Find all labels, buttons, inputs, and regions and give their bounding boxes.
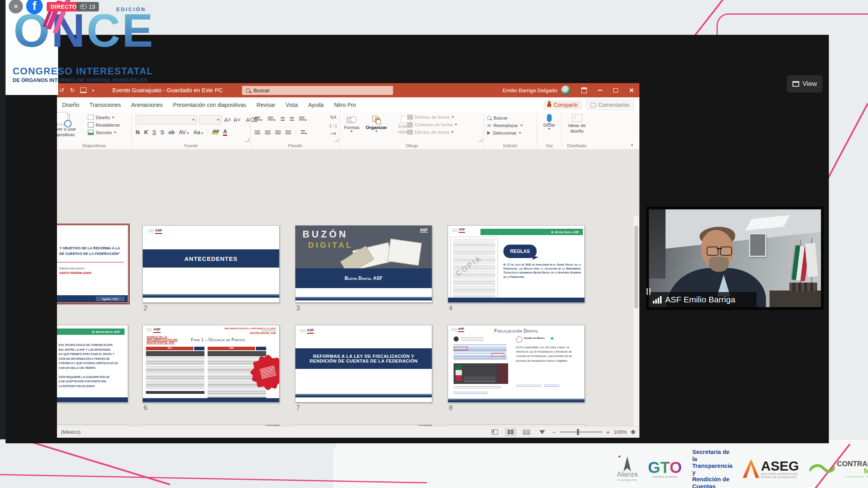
change-case-button[interactable]: Aa — [193, 129, 203, 135]
dictate-button[interactable]: Dictar — [537, 114, 562, 130]
increase-indent-button[interactable] — [290, 117, 294, 122]
shape-effects-button[interactable]: Efectos de forma — [407, 130, 457, 135]
drawing-dialog-launcher[interactable] — [478, 138, 482, 142]
slide-thumbnail-8[interactable]: ASF Fiscalización Digital — [448, 325, 585, 403]
design-ideas-icon — [572, 114, 582, 122]
language-indicator[interactable]: (México) — [57, 429, 81, 435]
slide-thumbnail-7[interactable]: ASF REFORMAS A LA LEY DE FISCALIZACIÓN Y… — [295, 325, 432, 403]
close-button[interactable] — [624, 83, 639, 97]
columns-button[interactable] — [301, 129, 307, 136]
slide-thumbnail-4[interactable]: ASF El Buzón Digital ASF COPIA REGLAS El… — [448, 225, 585, 303]
search-input[interactable]: Buscar — [242, 86, 393, 95]
tab-transiciones[interactable]: Transiciones — [85, 102, 126, 108]
slide-thumbnail-2[interactable]: ASF ANTECEDENTES — [142, 225, 280, 303]
decrease-indent-button[interactable] — [281, 117, 285, 122]
replace-button[interactable]: abReemplazar — [487, 123, 523, 128]
slide-thumbnail-3[interactable]: BUZÓN DIGITAL ASF Buzón Digital ASF — [295, 225, 432, 303]
reset-button[interactable]: Restablecer — [88, 122, 120, 127]
font-dialog-launcher[interactable] — [245, 138, 249, 142]
zoom-slider[interactable] — [560, 431, 602, 433]
paragraph-dialog-launcher[interactable] — [335, 138, 338, 142]
slideshow-view-button[interactable] — [536, 428, 548, 437]
line-spacing-button[interactable] — [299, 116, 307, 123]
bullets-button[interactable] — [255, 116, 263, 123]
share-button[interactable]: Compartir — [543, 100, 582, 110]
slide-sorter[interactable]: Y OBJETIVO DE LA REFORMA A LA DE CUENTAS… — [57, 149, 639, 426]
reuse-slides-button[interactable]: Volver a usar diapositivas — [57, 114, 84, 138]
chevron-down-icon — [112, 117, 114, 118]
slideshow-icon[interactable] — [80, 87, 87, 93]
slide8-title: Fiscalización Digital — [448, 328, 584, 334]
white-flag — [805, 243, 818, 277]
align-right-button[interactable] — [275, 131, 281, 135]
zoom-out-button[interactable]: − — [552, 429, 556, 435]
zoom-level[interactable]: 100% — [614, 429, 627, 435]
character-spacing-button[interactable]: AV — [179, 129, 189, 135]
tab-diseno[interactable]: Diseño — [57, 102, 85, 108]
slide5-footer — [57, 397, 128, 402]
align-text-button[interactable]: [⇔] — [330, 123, 337, 128]
reading-view-button[interactable] — [520, 428, 532, 437]
shape-outline-button[interactable]: Contorno de forma — [407, 122, 457, 127]
numbering-button[interactable] — [268, 116, 276, 123]
zoom-slider-handle[interactable] — [577, 429, 579, 435]
align-center-button[interactable] — [265, 131, 270, 135]
minimize-button[interactable] — [592, 83, 608, 97]
comments-button[interactable]: Comentarios — [586, 100, 634, 110]
design-button[interactable]: Diseño — [88, 115, 120, 120]
slide-thumbnail-1[interactable]: Y OBJETIVO DE LA REFORMA A LA DE CUENTAS… — [57, 225, 128, 303]
convert-smartart-button[interactable]: ▱▾ — [330, 131, 336, 136]
pane-drag-handle[interactable] — [647, 288, 651, 295]
font-name-select[interactable] — [136, 115, 197, 125]
justify-button[interactable] — [286, 131, 291, 135]
tab-revisar[interactable]: Revisar — [252, 102, 280, 108]
tab-vista[interactable]: Vista — [280, 102, 303, 108]
microphone-icon — [547, 114, 552, 122]
slide4-document: COPIA — [450, 237, 498, 300]
webcam-panel[interactable]: ASF Emilio Barriga — [646, 207, 824, 310]
tab-nitro-pro[interactable]: Nitro Pro — [329, 102, 361, 108]
section-button[interactable]: Sección — [88, 130, 120, 135]
slide-sorter-view-button[interactable] — [505, 428, 516, 437]
collapse-ribbon-button[interactable]: ▴ — [631, 142, 633, 147]
strikethrough-button[interactable]: ab — [168, 129, 175, 135]
fit-to-window-icon[interactable] — [631, 430, 635, 435]
shape-fill-button[interactable]: Relleno de forma — [407, 115, 457, 120]
underline-button[interactable]: S — [152, 129, 156, 135]
view-button[interactable]: View — [787, 75, 823, 93]
tab-presentacion[interactable]: Presentación con diapositivas — [168, 102, 252, 108]
select-button[interactable]: Seleccionar — [487, 131, 523, 135]
italic-button[interactable]: K — [144, 129, 148, 135]
design-ideas-button[interactable]: Ideas de diseño — [562, 114, 592, 134]
tab-ayuda[interactable]: Ayuda — [303, 102, 329, 108]
asf-logo: ASF — [147, 328, 161, 333]
restore-button[interactable] — [608, 83, 624, 97]
arrange-button[interactable]: Organizar — [366, 116, 387, 135]
shapes-button[interactable]: Formas — [344, 116, 359, 135]
tab-animaciones[interactable]: Animaciones — [126, 102, 168, 108]
scrollbar-thumb[interactable] — [634, 226, 638, 309]
ribbon-display-options-button[interactable] — [576, 83, 592, 97]
align-left-button[interactable] — [255, 131, 260, 135]
normal-view-button[interactable] — [489, 428, 501, 437]
slide-thumbnail-5[interactable]: El Buzón Digital ASF NTA TECNOLÓGICA DE … — [57, 325, 128, 403]
zoom-in-button[interactable]: + — [606, 429, 610, 435]
shadow-button[interactable]: S — [161, 129, 164, 135]
vertical-scrollbar[interactable]: ▼ — [634, 216, 639, 426]
webcam-name-label: ASF Emilio Barriga — [649, 292, 756, 307]
bold-button[interactable]: N — [136, 129, 140, 135]
highlight-button[interactable] — [212, 130, 219, 135]
slide-thumbnail-6[interactable]: ASF IMPLEMENTACIÓN DE LA REFORMA A LA LF… — [142, 325, 280, 403]
group-label: Dibujo — [340, 143, 484, 149]
qat-customize-icon[interactable]: ▾ — [92, 88, 94, 93]
font-color-button[interactable]: A — [223, 128, 227, 136]
find-button[interactable]: Buscar — [487, 116, 523, 120]
grow-font-button[interactable]: A˄ — [224, 117, 231, 123]
text-direction-button[interactable]: ⇅A — [330, 115, 337, 120]
shrink-font-button[interactable]: A˅ — [234, 117, 241, 123]
tweet-highlight — [454, 347, 468, 350]
font-size-select[interactable] — [199, 115, 222, 125]
undo-icon[interactable]: ↺ — [59, 87, 64, 94]
redo-icon[interactable]: ↻ — [70, 87, 75, 94]
avatar[interactable] — [561, 85, 571, 95]
